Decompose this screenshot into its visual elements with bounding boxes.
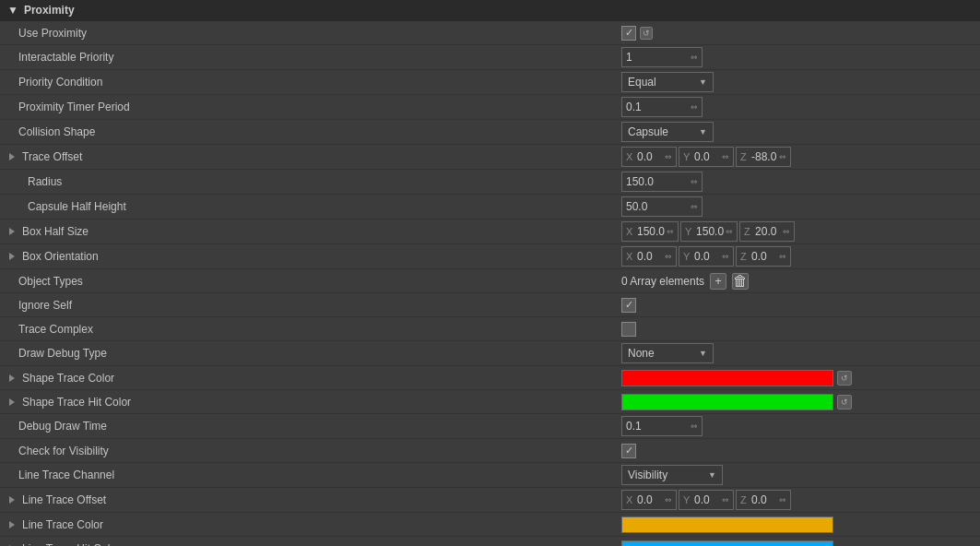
drag-icon[interactable]: ⇔ bbox=[691, 177, 698, 186]
row-object-types: Object Types 0 Array elements + 🗑 bbox=[0, 269, 980, 293]
xyz-z-box-orientation[interactable]: Z 0.0 ⇔ bbox=[736, 246, 791, 267]
value-line-trace-hit-color bbox=[618, 539, 980, 547]
field-interactable-priority[interactable]: 1 ⇔ bbox=[621, 47, 703, 67]
color-bar-shape-trace[interactable] bbox=[621, 370, 833, 386]
row-draw-debug-type: Draw Debug Type None ▼ bbox=[0, 341, 980, 366]
dropdown-priority-condition[interactable]: Equal ▼ bbox=[621, 72, 714, 92]
xyz-y-line-trace-offset[interactable]: Y 0.0 ⇔ bbox=[679, 490, 734, 510]
drag-icon[interactable]: ⇔ bbox=[691, 53, 698, 62]
expand-arrow-box-orientation[interactable] bbox=[9, 253, 15, 260]
dropdown-arrow: ▼ bbox=[708, 470, 716, 480]
dropdown-collision-shape[interactable]: Capsule ▼ bbox=[621, 122, 714, 142]
expand-arrow-line-trace-offset[interactable] bbox=[9, 496, 15, 504]
row-line-trace-color: Line Trace Color bbox=[0, 513, 980, 537]
xyz-x-line-trace-offset[interactable]: X 0.0 ⇔ bbox=[621, 490, 677, 510]
color-bar-line-trace-hit[interactable] bbox=[621, 540, 833, 547]
label-interactable-priority: Interactable Priority bbox=[0, 48, 618, 66]
label-box-half-size: Box Half Size bbox=[0, 222, 618, 241]
expand-arrow-line-trace-color[interactable] bbox=[9, 521, 15, 528]
expand-arrow-shape-trace-hit-color[interactable] bbox=[9, 398, 15, 406]
value-priority-condition: Equal ▼ bbox=[618, 70, 980, 94]
xyz-z-line-trace-offset[interactable]: Z 0.0 ⇔ bbox=[736, 490, 791, 510]
checkbox-use-proximity[interactable] bbox=[621, 26, 636, 41]
value-draw-debug-type: None ▼ bbox=[618, 341, 980, 365]
row-radius: Radius 150.0 ⇔ bbox=[0, 170, 980, 195]
row-line-trace-hit-color: Line Trace Hit Color bbox=[0, 537, 980, 546]
color-bar-wrap-shape-trace: ↺ bbox=[621, 370, 976, 386]
drag-icon[interactable]: ⇔ bbox=[691, 421, 698, 431]
section-title: Proximity bbox=[24, 4, 75, 17]
checkbox-ignore-self[interactable] bbox=[621, 298, 636, 313]
section-arrow: ▼ bbox=[7, 4, 18, 17]
xyz-z-box-half-size[interactable]: Z 20.0 ⇔ bbox=[739, 221, 795, 242]
value-line-trace-color bbox=[618, 515, 980, 535]
section-header[interactable]: ▼ Proximity bbox=[0, 0, 980, 21]
dropdown-draw-debug-type[interactable]: None ▼ bbox=[621, 343, 714, 363]
label-line-trace-color: Line Trace Color bbox=[0, 516, 618, 534]
label-line-trace-channel: Line Trace Channel bbox=[0, 466, 618, 484]
xyz-x-box-half-size[interactable]: X 150.0 ⇔ bbox=[621, 221, 679, 242]
label-priority-condition: Priority Condition bbox=[0, 73, 618, 91]
color-bar-wrap-shape-trace-hit: ↺ bbox=[621, 394, 976, 410]
label-draw-debug-type: Draw Debug Type bbox=[0, 344, 618, 362]
label-radius: Radius bbox=[0, 172, 618, 191]
color-bar-wrap-line-trace bbox=[621, 516, 976, 533]
reset-use-proximity[interactable]: ↺ bbox=[640, 27, 653, 40]
row-check-for-visibility: Check for Visibility bbox=[0, 439, 980, 463]
array-add-btn[interactable]: + bbox=[710, 273, 726, 290]
label-use-proximity: Use Proximity bbox=[0, 24, 618, 42]
field-proximity-timer-period[interactable]: 0.1 ⇔ bbox=[621, 97, 703, 117]
xyz-y-trace-offset[interactable]: Y 0.0 ⇔ bbox=[679, 147, 734, 167]
drag-icon[interactable]: ⇔ bbox=[691, 102, 698, 112]
value-capsule-half-height: 50.0 ⇔ bbox=[618, 195, 980, 219]
xyz-z-trace-offset[interactable]: Z -88.0 ⇔ bbox=[736, 147, 791, 167]
row-line-trace-offset: Line Trace Offset X 0.0 ⇔ Y 0.0 ⇔ Z 0.0 … bbox=[0, 488, 980, 513]
array-remove-btn[interactable]: 🗑 bbox=[732, 273, 749, 290]
row-debug-draw-time: Debug Draw Time 0.1 ⇔ bbox=[0, 414, 980, 439]
xyz-y-box-orientation[interactable]: Y 0.0 ⇔ bbox=[679, 246, 734, 267]
dropdown-arrow: ▼ bbox=[699, 127, 707, 136]
row-use-proximity: Use Proximity ↺ bbox=[0, 21, 980, 45]
expand-arrow-trace-offset[interactable] bbox=[9, 153, 15, 160]
xyz-x-box-orientation[interactable]: X 0.0 ⇔ bbox=[621, 246, 677, 267]
label-shape-trace-hit-color: Shape Trace Hit Color bbox=[0, 393, 618, 411]
row-box-half-size: Box Half Size X 150.0 ⇔ Y 150.0 ⇔ Z 20.0… bbox=[0, 220, 980, 244]
drag-icon[interactable]: ⇔ bbox=[691, 202, 698, 211]
color-bar-line-trace[interactable] bbox=[621, 516, 833, 533]
color-icon-shape-trace[interactable]: ↺ bbox=[837, 371, 852, 386]
label-capsule-half-height: Capsule Half Height bbox=[0, 197, 618, 216]
array-count: 0 Array elements bbox=[621, 275, 704, 288]
field-capsule-half-height[interactable]: 50.0 ⇔ bbox=[621, 196, 703, 217]
value-box-half-size: X 150.0 ⇔ Y 150.0 ⇔ Z 20.0 ⇔ bbox=[618, 220, 980, 243]
label-object-types: Object Types bbox=[0, 272, 618, 291]
value-trace-offset: X 0.0 ⇔ Y 0.0 ⇔ Z -88.0 ⇔ bbox=[618, 145, 980, 169]
field-radius[interactable]: 150.0 ⇔ bbox=[621, 172, 703, 192]
xyz-y-box-half-size[interactable]: Y 150.0 ⇔ bbox=[680, 221, 738, 242]
dropdown-arrow: ▼ bbox=[699, 349, 707, 358]
value-proximity-timer-period: 0.1 ⇔ bbox=[618, 95, 980, 119]
row-ignore-self: Ignore Self bbox=[0, 293, 980, 317]
label-trace-complex: Trace Complex bbox=[0, 320, 618, 338]
row-interactable-priority: Interactable Priority 1 ⇔ bbox=[0, 45, 980, 70]
xyz-x-trace-offset[interactable]: X 0.0 ⇔ bbox=[621, 147, 677, 167]
checkbox-trace-complex[interactable] bbox=[621, 322, 636, 337]
label-shape-trace-color: Shape Trace Color bbox=[0, 369, 618, 387]
label-trace-offset: Trace Offset bbox=[0, 148, 618, 166]
array-object-types: 0 Array elements + 🗑 bbox=[621, 273, 749, 290]
value-radius: 150.0 ⇔ bbox=[618, 170, 980, 194]
expand-arrow-box-half-size[interactable] bbox=[9, 228, 15, 235]
color-bar-shape-trace-hit[interactable] bbox=[621, 394, 833, 410]
expand-arrow-shape-trace-color[interactable] bbox=[9, 374, 15, 382]
value-ignore-self bbox=[618, 296, 980, 315]
row-trace-complex: Trace Complex bbox=[0, 317, 980, 341]
field-debug-draw-time[interactable]: 0.1 ⇔ bbox=[621, 416, 703, 436]
dropdown-line-trace-channel[interactable]: Visibility ▼ bbox=[621, 465, 723, 485]
value-check-for-visibility bbox=[618, 442, 980, 460]
label-line-trace-offset: Line Trace Offset bbox=[0, 491, 618, 509]
checkbox-check-for-visibility[interactable] bbox=[621, 444, 636, 458]
color-icon-shape-trace-hit[interactable]: ↺ bbox=[837, 395, 852, 410]
row-shape-trace-color: Shape Trace Color ↺ bbox=[0, 366, 980, 390]
value-shape-trace-hit-color: ↺ bbox=[618, 392, 980, 412]
row-collision-shape: Collision Shape Capsule ▼ bbox=[0, 120, 980, 145]
value-collision-shape: Capsule ▼ bbox=[618, 120, 980, 144]
